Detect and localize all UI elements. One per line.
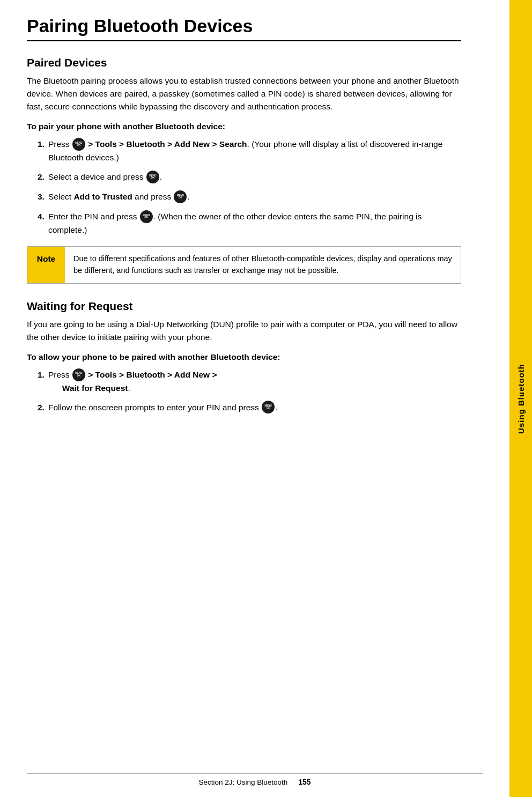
step-3: 3. Select Add to Trusted and press MENUO… [27, 190, 461, 204]
footer-page-number: 155 [298, 778, 311, 786]
menu-icon-3: MENUOK [174, 190, 187, 203]
title-divider [27, 40, 461, 41]
menu-icon-w2: MENUOK [262, 401, 275, 414]
step-2-content: Select a device and press MENUOK. [48, 171, 461, 184]
step-2: 2. Select a device and press MENUOK. [27, 171, 461, 184]
paired-devices-instruction: To pair your phone with another Bluetoot… [27, 122, 461, 131]
waiting-step-1: 1. Press MENUOK > Tools > Bluetooth > Ad… [27, 368, 461, 395]
note-content: Due to different specifications and feat… [65, 247, 461, 283]
step-1: 1. Press MENUOK > Tools > Bluetooth > Ad… [27, 138, 461, 164]
waiting-heading: Waiting for Request [27, 300, 461, 313]
waiting-step-2-number: 2. [27, 401, 48, 414]
step-1-number: 1. [27, 138, 48, 151]
footer-divider [27, 773, 483, 773]
footer: Section 2J: Using Bluetooth 155 [0, 773, 509, 786]
note-label: Note [27, 247, 65, 283]
footer-inner: Section 2J: Using Bluetooth 155 [27, 778, 483, 786]
note-box: Note Due to different specifications and… [27, 246, 461, 284]
step-2-number: 2. [27, 171, 48, 183]
waiting-step-1-content: Press MENUOK > Tools > Bluetooth > Add N… [48, 368, 461, 395]
waiting-intro: If you are going to be using a Dial-Up N… [27, 318, 461, 344]
step-3-content: Select Add to Trusted and press MENUOK. [48, 190, 461, 204]
main-content: Pairing Bluetooth Devices Paired Devices… [0, 0, 509, 797]
menu-icon-4: MENUOK [140, 210, 153, 223]
paired-devices-heading: Paired Devices [27, 56, 461, 69]
waiting-instruction: To allow your phone to be paired with an… [27, 352, 461, 362]
menu-icon-w1: MENUOK [72, 368, 85, 381]
step-3-number: 3. [27, 190, 48, 203]
menu-icon-2: MENUOK [146, 171, 159, 183]
menu-icon-1: MENUOK [72, 138, 85, 151]
step-1-content: Press MENUOK > Tools > Bluetooth > Add N… [48, 138, 461, 164]
step-4-content: Enter the PIN and press MENUOK. (When th… [48, 210, 461, 237]
side-tab: Using Bluetooth [509, 0, 532, 797]
footer-section-text: Section 2J: Using Bluetooth [198, 778, 287, 786]
waiting-step-2-content: Follow the onscreen prompts to enter you… [48, 401, 461, 415]
page-title: Pairing Bluetooth Devices [27, 16, 461, 36]
paired-devices-steps: 1. Press MENUOK > Tools > Bluetooth > Ad… [27, 138, 461, 237]
waiting-step-1-number: 1. [27, 368, 48, 381]
step-4-number: 4. [27, 210, 48, 223]
waiting-steps: 1. Press MENUOK > Tools > Bluetooth > Ad… [27, 368, 461, 415]
paired-devices-intro: The Bluetooth pairing process allows you… [27, 75, 461, 113]
waiting-step-2: 2. Follow the onscreen prompts to enter … [27, 401, 461, 415]
step-4: 4. Enter the PIN and press MENUOK. (When… [27, 210, 461, 237]
page-container: Pairing Bluetooth Devices Paired Devices… [0, 0, 532, 797]
side-tab-label: Using Bluetooth [516, 364, 526, 434]
